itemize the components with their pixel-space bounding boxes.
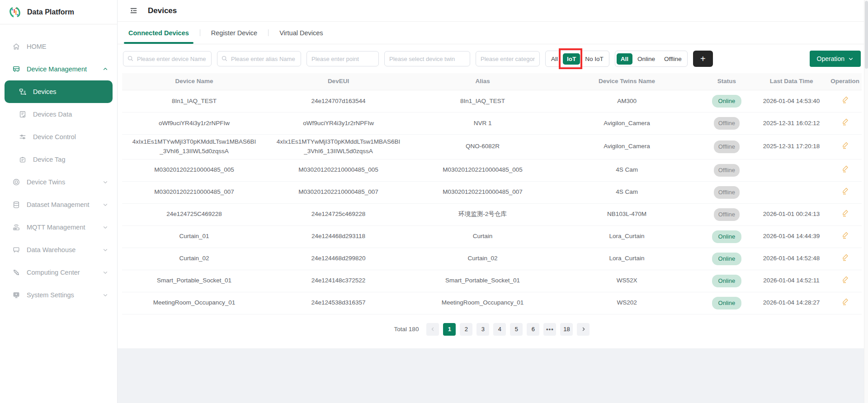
sidebar-item-mqtt-management[interactable]: MQTT Management [0, 216, 117, 239]
edit-icon[interactable] [841, 118, 849, 126]
filter-bar: All IoT No IoT All Online Offline + Oper… [122, 44, 862, 72]
alias-name-input[interactable] [217, 51, 301, 66]
sidebar-menu: HOME Device Management Devices [0, 24, 117, 306]
edit-icon[interactable] [841, 187, 849, 195]
top-bar: Devices [118, 0, 868, 22]
status-badge: Offline [714, 117, 740, 130]
sidebar-item-dataset-management[interactable]: Dataset Management [0, 193, 117, 216]
sidebar-item-label: Computing Center [27, 269, 80, 276]
column-header: Operation [828, 74, 862, 89]
system-settings-icon [12, 291, 21, 299]
point-input[interactable] [307, 51, 379, 66]
edit-icon[interactable] [841, 209, 849, 217]
page-button[interactable]: 4 [493, 323, 506, 336]
prev-page-button[interactable] [426, 323, 439, 336]
edit-icon[interactable] [841, 96, 849, 103]
edit-icon[interactable] [841, 253, 849, 261]
app-logo-icon [8, 6, 22, 19]
sidebar-item-label: MQTT Management [27, 224, 85, 231]
operation-button[interactable]: Operation [810, 51, 861, 67]
table-row: 4xIx1Es1MTYwMjI3T0pKMddLTsw1MBAS6BI_3VhI… [122, 135, 862, 159]
column-header: Device Name [122, 74, 266, 89]
logo-row: Data Platform [0, 0, 117, 24]
table-row: Smart_Portable_Socket_01 24e124148c37252… [122, 270, 862, 292]
edit-icon[interactable] [841, 165, 849, 173]
sidebar-item-label: Device Control [33, 133, 76, 141]
table-row: oWf9uciYR4i3y1r2rNPFIw oWf9uciYR4i3y1r2r… [122, 112, 862, 135]
page-button[interactable]: 18 [560, 323, 573, 336]
sidebar-item-home[interactable]: HOME [0, 35, 117, 58]
page-button[interactable]: 1 [443, 323, 456, 336]
page-button[interactable]: 3 [476, 323, 489, 336]
mqtt-management-icon [12, 223, 21, 231]
tab-connected-devices[interactable]: Connected Devices [127, 22, 190, 44]
scrollbar-thumb[interactable] [865, 1, 868, 69]
pagination: Total 180 1 2 3 4 5 6 ••• 18 [122, 314, 862, 337]
page-button[interactable]: 6 [527, 323, 539, 336]
device-twins-icon [12, 178, 21, 186]
status-badge: Offline [714, 164, 740, 177]
sidebar-item-system-settings[interactable]: System Settings [0, 284, 117, 306]
chevron-down-icon [103, 179, 108, 185]
edit-icon[interactable] [841, 276, 849, 283]
iot-filter-all[interactable]: All [547, 53, 562, 65]
category-input[interactable] [476, 51, 540, 66]
sidebar-item-device-management[interactable]: Device Management [0, 58, 117, 80]
main-area: Devices Connected Devices Register Devic… [118, 0, 868, 403]
add-device-button[interactable]: + [693, 51, 713, 67]
status-filter-offline[interactable]: Offline [660, 53, 686, 65]
edit-icon[interactable] [841, 231, 849, 239]
column-header: DevEUI [266, 74, 410, 89]
device-name-filter [123, 51, 212, 66]
more-pages-button[interactable]: ••• [543, 323, 556, 336]
sidebar: Data Platform HOME Device Management [0, 0, 118, 403]
sidebar-item-devices-data[interactable]: Devices Data [0, 103, 117, 126]
iot-segmented-control: All IoT No IoT [545, 51, 609, 67]
iot-filter-no-iot[interactable]: No IoT [581, 53, 608, 65]
next-page-button[interactable] [577, 323, 590, 336]
table-row: MeetingRoom_Occupancy_01 24e124538d31635… [122, 292, 862, 314]
status-filter-all[interactable]: All [617, 53, 632, 65]
status-badge: Offline [714, 141, 740, 153]
search-icon [221, 55, 228, 62]
alias-name-filter [217, 51, 301, 66]
tab-virtual-devices[interactable]: Virtual Devices [278, 22, 324, 44]
column-header: Status [699, 74, 755, 89]
iot-filter-iot[interactable]: IoT [563, 53, 580, 65]
chevron-down-icon [848, 56, 854, 61]
chevron-down-icon [103, 270, 108, 275]
page-button[interactable]: 2 [460, 323, 472, 336]
table-row: 8In1_IAQ_TEST 24e124707d163544 8In1_IAQ_… [122, 90, 862, 112]
sidebar-item-label: System Settings [27, 291, 74, 299]
status-badge: Online [712, 230, 742, 243]
sidebar-item-devices[interactable]: Devices [5, 80, 113, 103]
sidebar-item-label: HOME [27, 43, 47, 50]
device-tag-icon [18, 155, 27, 164]
table-row: Curtain_01 24e124468d293118 Curtain Lora… [122, 226, 862, 248]
chevron-down-icon [103, 292, 108, 298]
menu-fold-icon[interactable] [129, 6, 138, 15]
sidebar-item-device-control[interactable]: Device Control [0, 126, 117, 148]
app-layout: Data Platform HOME Device Management [0, 0, 868, 403]
device-twin-select[interactable] [384, 51, 470, 66]
home-icon [12, 42, 21, 51]
tab-register-device[interactable]: Register Device [210, 22, 258, 44]
sidebar-item-data-warehouse[interactable]: Data Warehouse [0, 239, 117, 261]
sidebar-item-computing-center[interactable]: Computing Center [0, 261, 117, 284]
status-badge: Online [712, 253, 742, 265]
scrollbar[interactable] [864, 0, 868, 403]
sidebar-item-device-tag[interactable]: Device Tag [0, 148, 117, 171]
search-icon [127, 55, 134, 62]
page-button[interactable]: 5 [510, 323, 523, 336]
device-name-input[interactable] [123, 51, 212, 66]
status-filter-online[interactable]: Online [633, 53, 659, 65]
sidebar-item-label: Dataset Management [27, 201, 90, 208]
sidebar-item-device-twins[interactable]: Device Twins [0, 171, 117, 193]
table-row: M030201202210000485_005 M030201202210000… [122, 159, 862, 182]
chevron-down-icon [103, 247, 108, 253]
device-control-icon [18, 133, 27, 141]
column-header: Last Data Time [755, 74, 829, 89]
edit-icon[interactable] [841, 298, 849, 305]
edit-icon[interactable] [841, 141, 849, 149]
status-badge: Online [712, 95, 742, 108]
